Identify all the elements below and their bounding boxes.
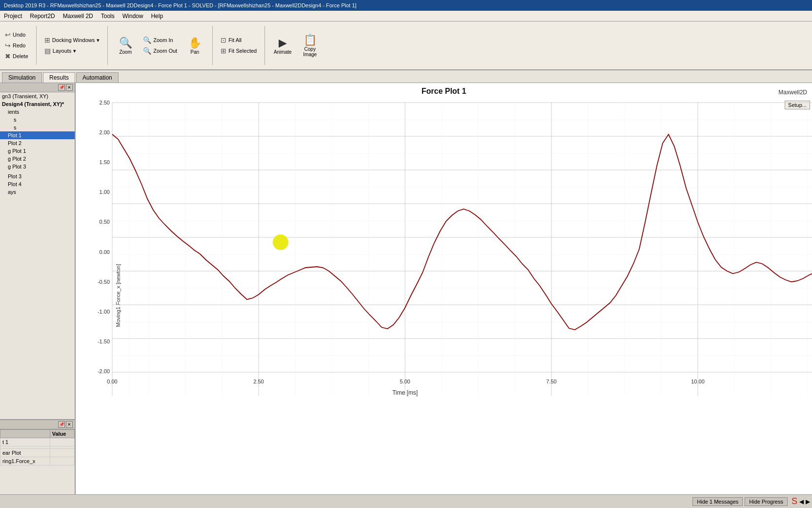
zoom-in-icon: 🔍 — [143, 36, 151, 44]
fit-selected-icon: ⊞ — [221, 47, 226, 55]
delete-button[interactable]: ✖ Delete — [2, 51, 31, 61]
tab-simulation[interactable]: Simulation — [2, 72, 42, 83]
delete-icon: ✖ — [5, 52, 11, 60]
svg-text:-2.00: -2.00 — [98, 368, 110, 374]
layouts-dropdown-icon: ▾ — [73, 48, 76, 54]
undo-button[interactable]: ↩ Undo — [2, 30, 31, 40]
svg-text:0.00: 0.00 — [107, 379, 117, 384]
tree-item[interactable]: gn3 (Transient, XY) — [0, 92, 75, 100]
chart-watermark: Maxwell2D — [778, 89, 807, 96]
chart-title: Force Plot 1 — [76, 83, 812, 98]
svg-text:0.50: 0.50 — [100, 219, 110, 225]
svg-text:0.00: 0.00 — [100, 249, 110, 255]
tree-panel: 📌 ✕ gn3 (Transient, XY)Design4 (Transien… — [0, 83, 75, 420]
property-row: ring1.Force_x — [0, 457, 75, 466]
property-value — [50, 438, 74, 446]
property-value — [50, 449, 74, 457]
tabs-bar: Simulation Results Automation — [0, 70, 812, 83]
zoom-icon: 🔍 — [119, 37, 132, 49]
docking-section: ⊞ Docking Windows ▾ ▤ Layouts ▾ — [41, 35, 102, 56]
fit-selected-button[interactable]: ⊞ Fit Selected — [218, 46, 260, 56]
menu-report2d[interactable]: Report2D — [26, 12, 59, 21]
tab-results[interactable]: Results — [43, 72, 75, 83]
tree-item[interactable]: s — [0, 124, 75, 131]
props-panel-close[interactable]: ✕ — [66, 421, 73, 428]
pan-button[interactable]: ✋ Pan — [182, 32, 207, 59]
zoom-out-button[interactable]: 🔍 Zoom Out — [140, 46, 180, 56]
props-panel-titlebar: 📌 ✕ — [0, 420, 75, 429]
zoom-in-out-section: 🔍 Zoom In 🔍 Zoom Out — [140, 35, 180, 56]
props-panel-controls: 📌 ✕ — [58, 421, 73, 428]
layouts-button[interactable]: ▤ Layouts ▾ — [41, 46, 102, 56]
menu-window[interactable]: Window — [119, 12, 147, 21]
docking-windows-button[interactable]: ⊞ Docking Windows ▾ — [41, 35, 102, 45]
tree-panel-close[interactable]: ✕ — [66, 84, 73, 91]
tree-item[interactable]: ays — [0, 188, 75, 196]
tree-content: gn3 (Transient, XY)Design4 (Transient, X… — [0, 92, 75, 418]
redo-button[interactable]: ↪ Redo — [2, 41, 31, 50]
tree-panel-pin[interactable]: 📌 — [58, 84, 65, 91]
props-panel-pin[interactable]: 📌 — [58, 421, 65, 428]
pan-icon: ✋ — [188, 37, 202, 49]
zoom-button[interactable]: 🔍 Zoom — [113, 32, 138, 59]
docking-icon: ⊞ — [44, 36, 50, 44]
copy-image-icon: 📋 — [304, 34, 317, 46]
svg-text:5.00: 5.00 — [400, 379, 410, 384]
property-row: ear Plot — [0, 449, 75, 457]
nav-left-icon[interactable]: ◀ — [799, 498, 804, 505]
property-name: ring1.Force_x — [0, 457, 50, 466]
main-area: 📌 ✕ gn3 (Transient, XY)Design4 (Transien… — [0, 83, 812, 508]
undo-icon: ↩ — [5, 31, 11, 39]
tree-item[interactable]: s — [0, 116, 75, 124]
svg-text:-1.50: -1.50 — [98, 339, 110, 344]
title-bar: Desktop 2019 R3 - RFMaxwellshizhan25 - M… — [0, 0, 812, 11]
sep1 — [36, 26, 37, 65]
chart-svg: 2.50 2.00 1.50 1.00 0.50 0.00 -0.50 -1.0… — [112, 103, 806, 481]
tree-item[interactable]: Plot 1 — [0, 131, 75, 139]
tree-item[interactable]: g Plot 2 — [0, 155, 75, 163]
property-value — [50, 457, 74, 466]
copy-image-button[interactable]: 📋 Copy Image — [297, 32, 323, 59]
hide-messages-button[interactable]: Hide 1 Messages — [692, 497, 743, 506]
tree-item[interactable]: Plot 3 — [0, 172, 75, 180]
chart-area[interactable]: Force Plot 1 Maxwell2D Setup... Moving1 … — [76, 83, 812, 508]
menu-bar: Project Report2D Maxwell 2D Tools Window… — [0, 11, 812, 21]
property-name: t 1 — [0, 438, 50, 446]
tree-item[interactable]: ients — [0, 108, 75, 116]
property-name: ear Plot — [0, 449, 50, 457]
chart-plot-area[interactable]: 2.50 2.00 1.50 1.00 0.50 0.00 -0.50 -1.0… — [112, 103, 806, 481]
menu-help[interactable]: Help — [147, 12, 167, 21]
svg-text:-1.00: -1.00 — [98, 309, 110, 315]
menu-tools[interactable]: Tools — [97, 12, 119, 21]
svg-text:2.50: 2.50 — [100, 100, 110, 106]
docking-dropdown-icon: ▾ — [97, 37, 100, 43]
property-row: t 1 — [0, 438, 75, 446]
fit-section: ⊡ Fit All ⊞ Fit Selected — [218, 35, 260, 56]
tree-item[interactable]: Plot 4 — [0, 180, 75, 188]
title-text: Desktop 2019 R3 - RFMaxwellshizhan25 - M… — [4, 2, 356, 8]
nav-right-icon[interactable]: ▶ — [806, 498, 810, 505]
zoom-in-button[interactable]: 🔍 Zoom In — [140, 35, 180, 45]
tree-item[interactable]: Design4 (Transient, XY)* — [0, 100, 75, 108]
col-value: Value — [50, 430, 74, 438]
sep4 — [264, 26, 265, 65]
svg-text:2.50: 2.50 — [253, 379, 264, 384]
hide-progress-button[interactable]: Hide Progress — [745, 497, 788, 506]
tree-item[interactable]: Plot 2 — [0, 139, 75, 147]
tab-automation[interactable]: Automation — [76, 72, 119, 83]
redo-icon: ↪ — [5, 42, 11, 49]
svg-text:Time [ms]: Time [ms] — [392, 389, 418, 396]
properties-table: Value t 1ear Plotring1.Force_x — [0, 429, 75, 466]
svg-text:1.50: 1.50 — [100, 159, 110, 165]
menu-project[interactable]: Project — [0, 12, 26, 21]
svg-text:10.00: 10.00 — [691, 379, 705, 384]
undo-redo-section: ↩ Undo ↪ Redo ✖ Delete — [2, 30, 31, 61]
tree-item[interactable]: g Plot 3 — [0, 163, 75, 170]
svg-text:2.00: 2.00 — [100, 129, 110, 135]
menu-maxwell2d[interactable]: Maxwell 2D — [59, 12, 97, 21]
fit-all-button[interactable]: ⊡ Fit All — [218, 35, 260, 45]
tree-panel-titlebar: 📌 ✕ — [0, 83, 75, 92]
tree-item[interactable]: g Plot 1 — [0, 147, 75, 155]
animate-button[interactable]: ▶ Animate — [270, 32, 295, 59]
sep2 — [107, 26, 108, 65]
